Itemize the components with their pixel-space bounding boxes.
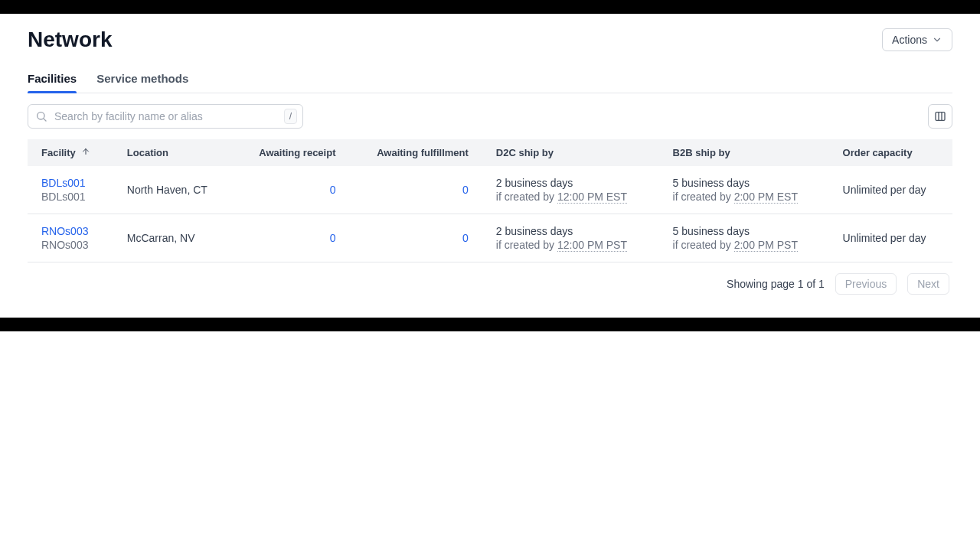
b2b-main: 5 business days xyxy=(673,177,815,189)
cell-location: McCarran, NV xyxy=(113,214,234,262)
actions-dropdown[interactable]: Actions xyxy=(882,28,952,51)
svg-line-1 xyxy=(44,119,46,121)
awaiting-fulfillment-link[interactable]: 0 xyxy=(462,232,469,244)
awaiting-receipt-link[interactable]: 0 xyxy=(330,232,336,244)
facility-alias: BDLs001 xyxy=(41,191,100,203)
facility-link[interactable]: RNOs003 xyxy=(41,225,100,237)
next-page-button[interactable]: Next xyxy=(907,273,949,295)
facilities-table: Facility Location Awaiting receipt Await… xyxy=(28,139,952,262)
tab-facilities[interactable]: Facilities xyxy=(28,66,77,93)
svg-point-0 xyxy=(38,112,44,119)
col-b2b-ship-by[interactable]: B2B ship by xyxy=(659,139,829,166)
previous-page-button[interactable]: Previous xyxy=(835,273,897,295)
window-top-bar xyxy=(0,0,980,14)
facility-link[interactable]: BDLs001 xyxy=(41,177,100,189)
pagination: Showing page 1 of 1 Previous Next xyxy=(28,262,952,318)
b2b-main: 5 business days xyxy=(673,225,815,237)
awaiting-fulfillment-link[interactable]: 0 xyxy=(462,184,469,196)
col-awaiting-fulfillment[interactable]: Awaiting fulfillment xyxy=(350,139,482,166)
col-order-capacity[interactable]: Order capacity xyxy=(829,139,952,166)
d2c-sub: if created by 12:00 PM EST xyxy=(496,191,645,203)
columns-settings-button[interactable] xyxy=(928,104,952,129)
page-title: Network xyxy=(28,28,112,52)
columns-icon xyxy=(934,110,946,122)
cell-location: North Haven, CT xyxy=(113,166,234,214)
cell-capacity: Unlimited per day xyxy=(829,166,952,214)
search-shortcut-hint: / xyxy=(284,109,297,124)
cell-capacity: Unlimited per day xyxy=(829,214,952,262)
d2c-main: 2 business days xyxy=(496,225,645,237)
pagination-status: Showing page 1 of 1 xyxy=(727,278,825,290)
col-location[interactable]: Location xyxy=(113,139,234,166)
tab-service-methods[interactable]: Service methods xyxy=(96,66,188,93)
window-bottom-bar xyxy=(0,318,980,331)
search-wrap: / xyxy=(28,104,303,129)
table-row: BDLs001 BDLs001 North Haven, CT 0 0 2 bu… xyxy=(28,166,952,214)
col-awaiting-receipt[interactable]: Awaiting receipt xyxy=(234,139,350,166)
search-input[interactable] xyxy=(28,104,303,129)
table-row: RNOs003 RNOs003 McCarran, NV 0 0 2 busin… xyxy=(28,214,952,262)
search-icon xyxy=(35,110,47,122)
d2c-sub: if created by 12:00 PM PST xyxy=(496,239,645,251)
actions-label: Actions xyxy=(892,34,927,46)
d2c-main: 2 business days xyxy=(496,177,645,189)
col-d2c-ship-by[interactable]: D2C ship by xyxy=(482,139,659,166)
svg-rect-2 xyxy=(936,112,945,121)
chevron-down-icon xyxy=(932,34,942,45)
awaiting-receipt-link[interactable]: 0 xyxy=(330,184,336,196)
b2b-sub: if created by 2:00 PM PST xyxy=(673,239,815,251)
b2b-sub: if created by 2:00 PM EST xyxy=(673,191,815,203)
sort-asc-icon xyxy=(81,147,90,156)
col-facility[interactable]: Facility xyxy=(28,139,113,166)
tabs: Facilities Service methods xyxy=(28,66,952,93)
facility-alias: RNOs003 xyxy=(41,239,100,251)
